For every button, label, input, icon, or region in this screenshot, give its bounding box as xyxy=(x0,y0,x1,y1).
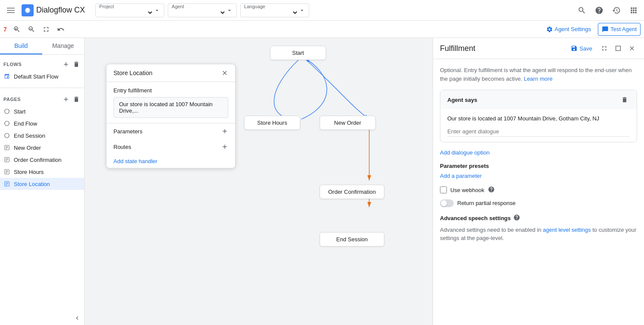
agent-dialogue-input[interactable] xyxy=(447,126,630,137)
pages-section-title: PAGES xyxy=(3,97,21,102)
use-webhook-checkbox[interactable] xyxy=(440,186,447,193)
new-order-label: New Order xyxy=(14,145,41,151)
popup-entry-fulfillment-title: Entry fulfillment xyxy=(113,87,228,94)
popup-entry-fulfillment-preview[interactable]: Our store is located at 1007 Mountain Dr… xyxy=(113,97,228,118)
webhook-help-icon[interactable] xyxy=(488,186,495,194)
advanced-speech-help-icon[interactable] xyxy=(513,214,520,222)
node-start[interactable]: Start xyxy=(270,46,326,60)
sidebar-collapse-button[interactable] xyxy=(0,311,84,325)
flows-section-header: FLOWS xyxy=(0,58,84,70)
add-flow-button[interactable] xyxy=(62,60,70,69)
panel-body: Optional. Entry fulfillment is what the … xyxy=(433,59,644,325)
chevron-down-icon xyxy=(154,7,160,14)
chevron-down-icon xyxy=(226,7,233,14)
language-label: Language xyxy=(244,4,298,9)
search-icon[interactable] xyxy=(575,3,589,17)
flows-section: FLOWS Default Start Flow xyxy=(0,55,84,86)
zoom-out-button[interactable] xyxy=(25,23,38,36)
advanced-speech-section: Advanced speech settings Advanced settin… xyxy=(440,214,637,243)
test-agent-button[interactable]: Test Agent xyxy=(598,23,641,36)
end-flow-label: End Flow xyxy=(14,120,37,127)
sidebar-item-order-confirmation[interactable]: Order Confirmation xyxy=(0,154,84,166)
start-label: Start xyxy=(14,108,25,115)
partial-response-toggle[interactable] xyxy=(440,199,454,207)
svg-rect-1 xyxy=(7,10,15,11)
node-store-hours[interactable]: Store Hours xyxy=(244,116,300,130)
panel-close-button[interactable] xyxy=(627,43,637,54)
add-parameter-link[interactable]: Add a parameter xyxy=(440,173,637,179)
build-tab[interactable]: Build xyxy=(0,38,42,54)
svg-point-5 xyxy=(5,121,9,126)
agent-text: Our store is located at 1007 Mountain Dr… xyxy=(447,114,630,123)
project-dropdown[interactable]: Project xyxy=(95,3,164,17)
manage-tab[interactable]: Manage xyxy=(42,38,85,54)
svg-rect-0 xyxy=(7,8,15,9)
sidebar-item-new-order[interactable]: New Order xyxy=(0,142,84,154)
node-new-order[interactable]: New Order xyxy=(320,116,376,130)
sidebar-item-start[interactable]: Start xyxy=(0,105,84,117)
project-label: Project xyxy=(99,4,154,9)
add-state-handler-link[interactable]: Add state handler xyxy=(113,158,157,164)
node-order-confirmation-label: Order Confirmation xyxy=(328,189,376,195)
popup-header: Store Location xyxy=(107,64,235,82)
use-webhook-row: Use webhook xyxy=(440,186,637,194)
agent-says-content: Our store is located at 1007 Mountain Dr… xyxy=(440,109,637,142)
store-location-icon xyxy=(3,180,10,187)
new-order-icon xyxy=(3,144,10,151)
zoom-in-button[interactable] xyxy=(10,23,23,36)
panel-title: Fulfillment xyxy=(440,44,475,53)
chevron-down-icon xyxy=(298,7,305,14)
help-icon[interactable] xyxy=(592,3,606,17)
sidebar-item-default-flow[interactable]: Default Start Flow xyxy=(0,70,84,82)
flow-icon xyxy=(3,73,10,80)
node-end-session-label: End Session xyxy=(336,236,368,243)
popup-close-button[interactable] xyxy=(221,69,228,76)
panel-expand-button[interactable] xyxy=(599,43,609,54)
panel-fullscreen-button[interactable] xyxy=(613,43,623,54)
end-flow-icon xyxy=(3,120,10,127)
language-select[interactable] xyxy=(244,9,298,16)
panel-actions: Save xyxy=(567,43,637,54)
main-layout: Build Manage FLOWS Default St xyxy=(0,38,644,325)
undo-button[interactable] xyxy=(54,23,67,36)
fulfillment-panel: Fulfillment Save Optional. Entry f xyxy=(433,38,644,325)
flows-actions xyxy=(62,60,81,69)
node-start-label: Start xyxy=(292,50,304,56)
parameter-presets-title: Parameter presets xyxy=(440,163,637,169)
learn-more-link[interactable]: Learn more xyxy=(524,76,552,82)
canvas-area[interactable]: Start Store Hours New Order Order Confir… xyxy=(85,38,433,325)
delete-agent-says-button[interactable] xyxy=(619,95,630,105)
sidebar-tabs: Build Manage xyxy=(0,38,84,55)
partial-response-label: Return partial response xyxy=(457,200,515,206)
activity-icon[interactable] xyxy=(609,3,623,17)
language-dropdown[interactable]: Language xyxy=(240,3,309,17)
delete-page-button[interactable] xyxy=(72,95,81,104)
project-select[interactable] xyxy=(99,9,154,16)
agent-level-settings-link[interactable]: agent level settings xyxy=(543,227,591,233)
app-name: Dialogflow CX xyxy=(36,6,85,15)
menu-icon[interactable] xyxy=(3,5,18,16)
delete-flow-button[interactable] xyxy=(72,60,81,69)
popup-parameters-section[interactable]: Parameters xyxy=(107,123,235,139)
apps-icon[interactable] xyxy=(627,3,641,17)
secondary-toolbar: 7 Agent Settings Test Agent xyxy=(0,21,644,38)
agent-select[interactable] xyxy=(172,9,226,16)
node-order-confirmation[interactable]: Order Confirmation xyxy=(320,185,384,199)
agent-settings-button[interactable]: Agent Settings xyxy=(543,23,595,35)
agent-dropdown[interactable]: Agent xyxy=(168,3,237,17)
fit-screen-button[interactable] xyxy=(40,23,53,36)
sidebar-item-store-hours[interactable]: Store Hours xyxy=(0,166,84,178)
app-logo: Dialogflow CX xyxy=(22,4,85,16)
sidebar-item-end-flow[interactable]: End Flow xyxy=(0,117,84,129)
add-dialogue-link[interactable]: Add dialogue option xyxy=(440,149,637,156)
panel-description: Optional. Entry fulfillment is what the … xyxy=(440,66,637,83)
pages-section-header: PAGES xyxy=(0,93,84,105)
start-page-icon xyxy=(3,108,10,115)
add-page-button[interactable] xyxy=(62,95,70,104)
popup-routes-section[interactable]: Routes xyxy=(107,139,235,155)
sidebar-item-end-session[interactable]: End Session xyxy=(0,129,84,142)
sidebar-item-store-location[interactable]: Store Location xyxy=(0,178,84,190)
svg-rect-2 xyxy=(7,12,15,13)
node-end-session[interactable]: End Session xyxy=(320,232,384,246)
save-button[interactable]: Save xyxy=(567,43,596,54)
